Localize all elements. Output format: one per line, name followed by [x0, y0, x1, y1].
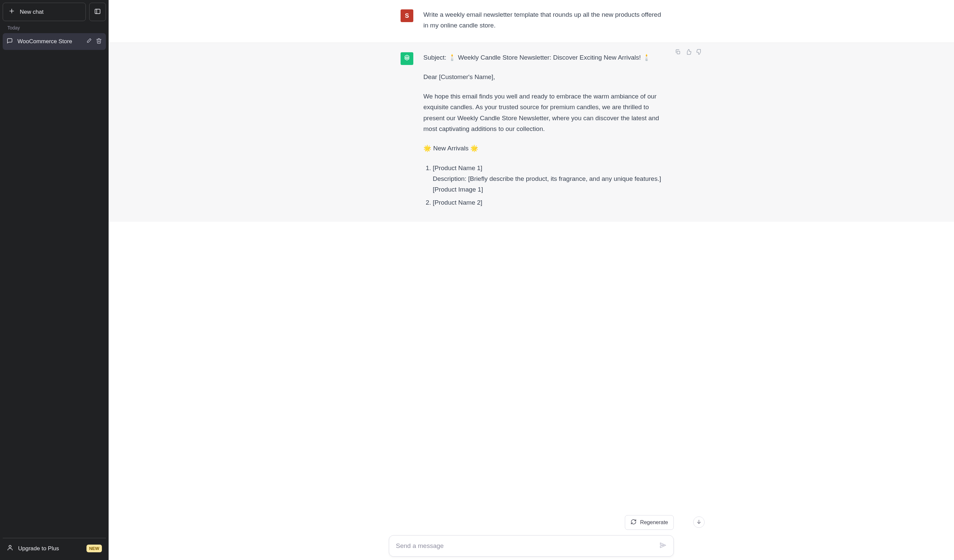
assistant-avatar: [401, 52, 413, 65]
section-label-today: Today: [3, 21, 106, 33]
send-button[interactable]: [659, 541, 667, 550]
svg-rect-2: [95, 9, 100, 13]
send-icon: [659, 544, 667, 550]
edit-icon[interactable]: [86, 38, 92, 45]
upgrade-label: Upgrade to Plus: [18, 545, 59, 552]
sidebar: New chat Today WooCommerce Store: [0, 0, 109, 560]
user-message-text: Write a weekly email newsletter template…: [423, 9, 662, 31]
assistant-turn: Subject: 🕯️ Weekly Candle Store Newslett…: [109, 43, 954, 222]
new-chat-button[interactable]: New chat: [3, 3, 86, 21]
chat-icon: [7, 38, 13, 45]
upgrade-to-plus-button[interactable]: Upgrade to Plus NEW: [3, 540, 106, 557]
trash-icon[interactable]: [96, 38, 102, 45]
assistant-message-body: Subject: 🕯️ Weekly Candle Store Newslett…: [423, 52, 662, 210]
svg-point-4: [9, 545, 11, 548]
svg-rect-6: [677, 51, 680, 54]
arrow-down-icon: [696, 519, 702, 526]
user-avatar: S: [401, 9, 413, 22]
collapse-sidebar-button[interactable]: [89, 3, 106, 21]
scroll-to-bottom-button[interactable]: [693, 516, 705, 528]
regenerate-label: Regenerate: [640, 520, 668, 526]
new-badge: NEW: [86, 544, 102, 552]
refresh-icon: [631, 519, 636, 526]
thumbs-down-icon[interactable]: [696, 49, 702, 56]
product-name: [Product Name 1]: [433, 165, 482, 171]
composer-area: Regenerate: [109, 527, 954, 560]
assistant-subject-line: Subject: 🕯️ Weekly Candle Store Newslett…: [423, 52, 662, 63]
product-name: [Product Name 2]: [433, 199, 482, 206]
list-item: [Product Name 2]: [433, 197, 662, 208]
conversation-title: WooCommerce Store: [17, 38, 81, 45]
chat-main: S Write a weekly email newsletter templa…: [109, 0, 954, 560]
assistant-greeting: Dear [Customer's Name],: [423, 72, 662, 82]
openai-logo-icon: [404, 54, 410, 63]
assistant-message-actions: [675, 49, 702, 56]
assistant-product-list: [Product Name 1] Description: [Briefly d…: [423, 163, 662, 208]
chat-scroll-area[interactable]: S Write a weekly email newsletter templa…: [109, 0, 954, 527]
user-turn: S Write a weekly email newsletter templa…: [109, 0, 954, 43]
product-image-placeholder: [Product Image 1]: [433, 186, 483, 193]
plus-icon: [8, 8, 15, 16]
list-item: [Product Name 1] Description: [Briefly d…: [433, 163, 662, 195]
composer-input-box[interactable]: [389, 535, 674, 557]
new-chat-label: New chat: [20, 9, 44, 16]
conversation-item[interactable]: WooCommerce Store: [3, 33, 106, 50]
panel-icon: [94, 8, 101, 16]
regenerate-button[interactable]: Regenerate: [625, 515, 674, 530]
message-input[interactable]: [396, 542, 655, 550]
thumbs-up-icon[interactable]: [686, 49, 692, 56]
copy-icon[interactable]: [675, 49, 681, 56]
user-icon: [7, 544, 13, 553]
assistant-arrivals-header: 🌟 New Arrivals 🌟: [423, 143, 662, 154]
product-description: Description: [Briefly describe the produ…: [433, 175, 661, 182]
assistant-intro: We hope this email finds you well and re…: [423, 91, 662, 134]
